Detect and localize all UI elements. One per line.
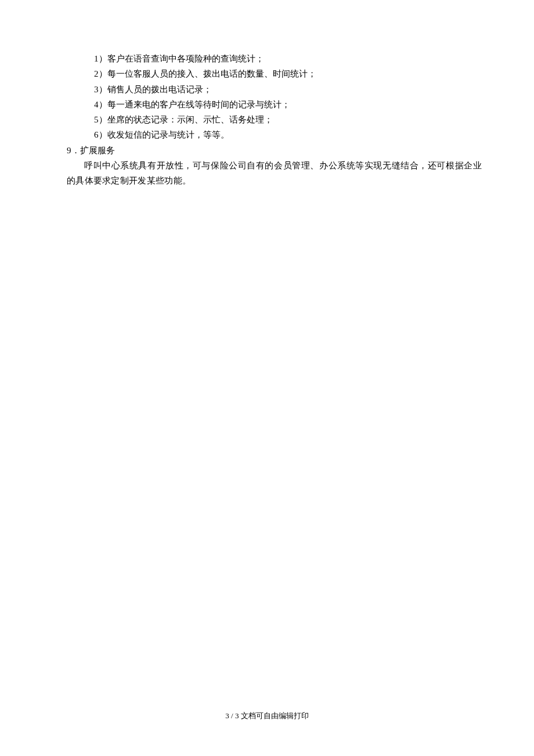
- section-heading: 9．扩展服务: [52, 143, 482, 158]
- list-item: 5）坐席的状态记录：示闲、示忙、话务处理；: [52, 112, 482, 127]
- list-item: 3）销售人员的拨出电话记录；: [52, 82, 482, 97]
- list-item: 4）每一通来电的客户在线等待时间的记录与统计；: [52, 97, 482, 112]
- list-item: 1）客户在语音查询中各项险种的查询统计；: [52, 51, 482, 66]
- list-item: 2）每一位客服人员的接入、拨出电话的数量、时间统计；: [52, 66, 482, 81]
- body-paragraph: 呼叫中心系统具有开放性，可与保险公司自有的会员管理、办公系统等实现无缝结合，还可…: [52, 158, 482, 189]
- list-item: 6）收发短信的记录与统计，等等。: [52, 127, 482, 142]
- page-content: 1）客户在语音查询中各项险种的查询统计； 2）每一位客服人员的接入、拨出电话的数…: [0, 0, 534, 188]
- page-footer: 3 / 3 文档可自由编辑打印: [0, 711, 534, 721]
